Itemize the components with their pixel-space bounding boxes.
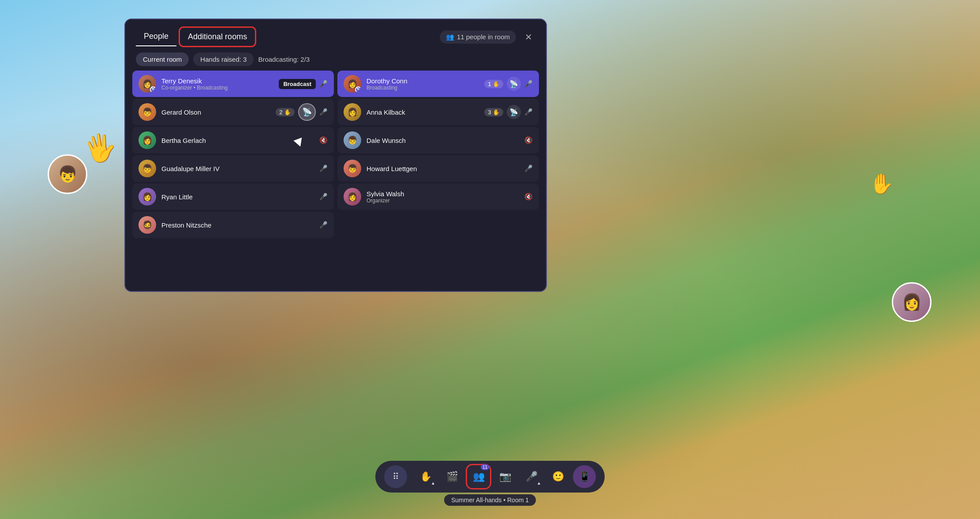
bottom-toolbar: ⠿ ✋ ▲ 🎬 👥 11 📷 🎤 ▲ 🙂 📱	[375, 461, 605, 493]
gerard-name: Gerard Olson	[161, 108, 270, 116]
person-row-dorothy: 👩 📡 Dorothy Conn Broadcasting 1 ✋ 📡 🎤	[337, 71, 539, 97]
mic-button[interactable]: 🎤 ▲	[520, 465, 543, 488]
gerard-broadcast-btn[interactable]: 📡	[298, 103, 316, 121]
gerard-actions: 2 ✋ 📡 🎤	[276, 103, 328, 121]
ryan-actions: 🎤	[319, 193, 328, 201]
dots-menu-button[interactable]: ⠿	[384, 465, 407, 488]
person-row-anna: 👩 Anna Kilback 3 ✋ 📡 🎤	[337, 99, 539, 125]
terry-actions: Broadcast 🎤	[279, 79, 328, 89]
sylvia-mic-icon: 🔇	[524, 193, 533, 201]
guadalupe-name: Guadalupe Miller IV	[161, 165, 314, 172]
preston-mic-icon: 🎤	[319, 221, 328, 229]
content-area: 👩 📡 Terry Denesik Co-organizer • Broadca…	[125, 71, 546, 291]
people-count-text: 11 people in room	[457, 33, 510, 41]
gerard-hand-badge: 2 ✋	[276, 108, 295, 116]
raise-hand-icon: ✋	[420, 471, 432, 482]
gerard-info: Gerard Olson	[161, 108, 270, 116]
dorothy-name: Dorothy Conn	[367, 77, 479, 85]
howard-name: Howard Luettgen	[367, 165, 519, 172]
avatar-bertha: 👩	[138, 131, 156, 149]
avatar-guadalupe: 👦	[138, 160, 156, 177]
dorothy-actions: 1 ✋ 📡 🎤	[484, 77, 533, 91]
hand-wave-left-decoration: 🖐️	[81, 130, 119, 166]
preston-actions: 🎤	[319, 221, 328, 229]
dale-name: Dale Wunsch	[367, 137, 519, 144]
dorothy-broadcast-btn[interactable]: 📡	[507, 77, 521, 91]
people-count-badge: 👥 11 people in room	[440, 30, 516, 44]
avatar-sylvia: 👩	[344, 188, 361, 205]
avatar-preston: 🧔	[138, 216, 156, 234]
sylvia-info: Sylvia Walsh Organizer	[367, 190, 519, 204]
bertha-info: Bertha Gerlach	[161, 137, 314, 144]
gerard-mic-icon: 🎤	[319, 108, 328, 116]
tabs-header: People Additional rooms 👥 11 people in r…	[125, 19, 546, 46]
dorothy-role: Broadcasting	[367, 85, 479, 91]
emoji-icon: 🙂	[552, 471, 564, 482]
filter-row: Current room Hands raised: 3 Broadcastin…	[125, 46, 546, 71]
tab-people[interactable]: People	[136, 27, 176, 46]
howard-actions: 🎤	[524, 164, 533, 172]
tab-additional-rooms[interactable]: Additional rooms	[180, 28, 255, 46]
anna-name: Anna Kilback	[367, 108, 479, 116]
close-button[interactable]: ✕	[521, 30, 535, 44]
person-row-howard: 👦 Howard Luettgen 🎤	[337, 155, 539, 182]
hand-wave-right-decoration: ✋	[869, 172, 894, 195]
person-row-bertha: 👩 Bertha Gerlach 🔇	[132, 127, 334, 153]
bertha-name: Bertha Gerlach	[161, 137, 314, 144]
person-row-terry: 👩 📡 Terry Denesik Co-organizer • Broadca…	[132, 71, 334, 97]
people-icon: 👥	[473, 471, 485, 482]
left-column: 👩 📡 Terry Denesik Co-organizer • Broadca…	[132, 71, 334, 284]
bertha-actions: 🔇	[319, 136, 328, 144]
guadalupe-mic-icon: 🎤	[319, 164, 328, 172]
anna-broadcast-btn[interactable]: 📡	[507, 105, 521, 119]
dorothy-hand-badge: 1 ✋	[484, 80, 503, 88]
right-column: 👩 📡 Dorothy Conn Broadcasting 1 ✋ 📡 🎤 👩	[337, 71, 539, 284]
avatar-howard: 👦	[344, 160, 361, 177]
avatar-dale: 👦	[344, 131, 361, 149]
screen-share-icon: 📱	[579, 471, 591, 482]
raise-hand-sub-icon: ▲	[431, 481, 435, 485]
sylvia-role: Organizer	[367, 198, 519, 204]
people-count-label: 11	[481, 464, 489, 470]
howard-info: Howard Luettgen	[367, 165, 519, 172]
filter-broadcasting: Broadcasting: 2/3	[258, 52, 310, 66]
avatar-ryan: 👩	[138, 188, 156, 205]
filter-current-room[interactable]: Current room	[136, 52, 189, 66]
terry-broadcast-badge: Broadcast	[279, 79, 316, 89]
avatar-dorothy: 👩 📡	[344, 75, 361, 93]
person-row-dale: 👦 Dale Wunsch 🔇	[337, 127, 539, 153]
mic-sub-icon: ▲	[537, 481, 541, 485]
dorothy-info: Dorothy Conn Broadcasting	[367, 77, 479, 91]
avatar-anna: 👩	[344, 103, 361, 121]
sylvia-actions: 🔇	[524, 193, 533, 201]
photo-button[interactable]: 📷	[494, 465, 516, 488]
bertha-mic-icon: 🔇	[319, 136, 328, 144]
anna-actions: 3 ✋ 📡 🎤	[484, 105, 533, 119]
room-label: Summer All-hands • Room 1	[444, 494, 536, 506]
anna-mic-icon: 🎤	[524, 108, 533, 116]
dale-actions: 🔇	[524, 136, 533, 144]
dorothy-mic-icon: 🎤	[524, 80, 533, 88]
preston-name: Preston Nitzsche	[161, 221, 314, 229]
screen-share-button[interactable]: 📱	[573, 465, 596, 488]
person-row-ryan: 👩 Ryan Little 🎤	[132, 183, 334, 210]
avatar-right-decoration: 👩	[892, 282, 931, 322]
people-button[interactable]: 👥 11	[467, 465, 490, 488]
avatar-terry: 👩 📡	[138, 75, 156, 93]
raise-hand-button[interactable]: ✋ ▲	[414, 465, 437, 488]
avatar-gerard: 👦	[138, 103, 156, 121]
preston-info: Preston Nitzsche	[161, 221, 314, 229]
camera-icon: 🎬	[446, 471, 458, 482]
terry-name: Terry Denesik	[161, 77, 273, 85]
sylvia-name: Sylvia Walsh	[367, 190, 519, 198]
filter-hands-raised[interactable]: Hands raised: 3	[193, 52, 254, 66]
anna-info: Anna Kilback	[367, 108, 479, 116]
ryan-mic-icon: 🎤	[319, 193, 328, 201]
person-row-preston: 🧔 Preston Nitzsche 🎤	[132, 212, 334, 238]
guadalupe-info: Guadalupe Miller IV	[161, 165, 314, 172]
terry-broadcast-dot: 📡	[150, 86, 156, 93]
camera-button[interactable]: 🎬	[441, 465, 464, 488]
emoji-button[interactable]: 🙂	[546, 465, 569, 488]
avatar-left-decoration: 👦	[48, 154, 87, 194]
terry-role: Co-organizer • Broadcasting	[161, 85, 273, 91]
